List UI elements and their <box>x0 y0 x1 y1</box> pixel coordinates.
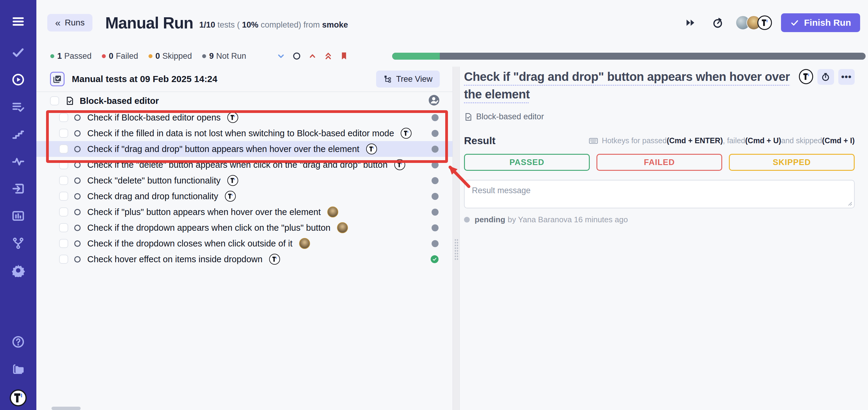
test-row[interactable]: Check if the filled in data is not lost … <box>36 125 453 141</box>
activity-pulse-icon[interactable] <box>11 155 25 168</box>
test-row[interactable]: Check drag and drop functionality <box>36 189 453 204</box>
detail-more-button[interactable]: ••• <box>838 69 855 85</box>
pending-status: pending <box>475 215 505 225</box>
panel-resize-divider[interactable] <box>453 67 460 410</box>
test-title: Check "delete" button functionality <box>87 176 221 185</box>
test-checkbox[interactable] <box>59 144 68 153</box>
back-to-runs-button[interactable]: « Runs <box>47 14 92 32</box>
last-status-line: pending by Yana Baranova 16 minutes ago <box>464 215 855 225</box>
detail-suite-label: Block-based editor <box>476 112 544 122</box>
test-row[interactable]: Check if the "delete" button appears whe… <box>36 157 453 173</box>
status-not-run-dot <box>432 225 438 231</box>
test-row-selected[interactable]: Check if "drag and drop" button appears … <box>36 141 453 157</box>
branches-icon[interactable] <box>11 236 25 250</box>
collapse-chevron-down-icon[interactable] <box>275 50 287 62</box>
test-title: Check if "plus" button appears when hove… <box>87 207 321 217</box>
projects-folder-icon[interactable] <box>11 362 25 376</box>
select-all-checkbox[interactable] <box>50 72 65 86</box>
status-not-run-dot <box>432 146 438 152</box>
test-state-radio[interactable] <box>74 240 81 247</box>
help-icon[interactable] <box>11 335 25 349</box>
timer-icon[interactable] <box>711 16 725 30</box>
test-plans-icon[interactable] <box>11 100 25 114</box>
test-row[interactable]: Check if "plus" button appears when hove… <box>36 204 453 220</box>
test-detail-title[interactable]: Check if "drag and drop" button appears … <box>464 68 796 103</box>
test-state-radio[interactable] <box>74 162 81 168</box>
test-state-radio[interactable] <box>74 177 81 184</box>
test-checkbox[interactable] <box>59 239 68 248</box>
testomat-logo[interactable] <box>10 389 27 406</box>
test-state-radio[interactable] <box>74 193 81 200</box>
test-state-radio[interactable] <box>74 225 81 231</box>
detail-timer-button[interactable] <box>817 69 834 85</box>
detail-assignee-avatar[interactable] <box>799 69 813 84</box>
status-not-run-dot <box>432 177 438 184</box>
test-state-radio[interactable] <box>74 130 81 137</box>
status-passed-icon <box>431 255 438 263</box>
tests-check-icon[interactable] <box>11 45 25 59</box>
more-dots-icon: ••• <box>841 74 852 80</box>
test-checkbox[interactable] <box>59 176 68 185</box>
test-checkbox[interactable] <box>59 223 68 232</box>
test-state-radio[interactable] <box>74 209 81 215</box>
passed-button[interactable]: PASSED <box>464 154 590 171</box>
assignee-avatar-testomat <box>227 112 238 123</box>
runs-play-icon[interactable] <box>11 73 25 87</box>
menu-icon[interactable] <box>11 14 25 29</box>
skipped-button[interactable]: SKIPPED <box>729 154 855 171</box>
test-checkbox[interactable] <box>59 129 68 138</box>
test-state-radio[interactable] <box>74 146 81 152</box>
assignee-avatar-photo <box>299 238 310 249</box>
test-row[interactable]: Check if the dropdown appears when click… <box>36 220 453 236</box>
test-row[interactable]: Check if Block-based editor opens <box>36 110 453 125</box>
test-checkbox[interactable] <box>59 192 68 201</box>
analytics-chart-icon[interactable] <box>11 209 25 223</box>
avatar-testomat <box>757 15 772 30</box>
test-checkbox[interactable] <box>59 255 68 264</box>
settings-gear-icon[interactable] <box>11 264 25 277</box>
result-message-input[interactable] <box>464 180 855 208</box>
status-not-run-dot <box>432 114 438 121</box>
milestones-stairs-icon[interactable] <box>11 127 25 141</box>
priority-double-up-icon[interactable] <box>322 50 334 62</box>
test-row[interactable]: Check if the dropdown closes when click … <box>36 236 453 251</box>
failed-button[interactable]: FAILED <box>596 154 722 171</box>
notrun-dot <box>202 54 206 58</box>
priority-up-icon[interactable] <box>307 50 318 62</box>
import-icon[interactable] <box>11 182 25 196</box>
test-row[interactable]: Check "delete" button functionality <box>36 173 453 189</box>
test-checkbox[interactable] <box>59 113 68 122</box>
tree-view-button[interactable]: Tree View <box>376 71 440 88</box>
test-state-radio[interactable] <box>74 114 81 121</box>
assignee-avatar-testomat <box>394 159 405 170</box>
horizontal-scrollbar-thumb[interactable] <box>52 407 81 410</box>
suite-checkbox[interactable] <box>50 96 59 105</box>
stat-skipped: 0Skipped <box>149 52 192 61</box>
bookmark-icon[interactable] <box>338 50 350 62</box>
status-not-run-dot <box>432 240 438 247</box>
tree-view-icon <box>383 74 393 83</box>
suite-row[interactable]: Block-based editor <box>36 92 453 110</box>
test-title: Check if "drag and drop" button appears … <box>87 144 360 154</box>
result-heading: Result <box>464 135 496 146</box>
detail-suite-breadcrumb[interactable]: Block-based editor <box>464 112 855 122</box>
suite-document-icon <box>65 96 74 105</box>
hotkeys-hint: Hotkeys for passed (Cmd + ENTER) , faile… <box>589 136 855 146</box>
test-title: Check if Block-based editor opens <box>87 113 221 123</box>
filter-circle-icon[interactable] <box>291 50 303 62</box>
failed-dot <box>102 54 106 58</box>
fast-forward-icon[interactable] <box>683 16 698 30</box>
finish-run-button[interactable]: Finish Run <box>781 13 860 32</box>
test-state-radio[interactable] <box>74 256 81 263</box>
back-chevrons-icon: « <box>55 17 61 29</box>
run-progress-bar <box>392 53 866 60</box>
suite-assignee-icon[interactable] <box>428 95 440 107</box>
run-assignee-avatars[interactable] <box>736 15 772 30</box>
run-progress-fill <box>392 53 439 60</box>
test-row[interactable]: Check hover effect on items inside dropd… <box>36 251 453 267</box>
status-not-run-dot <box>432 193 438 200</box>
test-title: Check if the "delete" button appears whe… <box>87 160 388 170</box>
test-checkbox[interactable] <box>59 160 68 169</box>
stat-notrun: 9Not Run <box>202 52 246 61</box>
test-checkbox[interactable] <box>59 207 68 216</box>
